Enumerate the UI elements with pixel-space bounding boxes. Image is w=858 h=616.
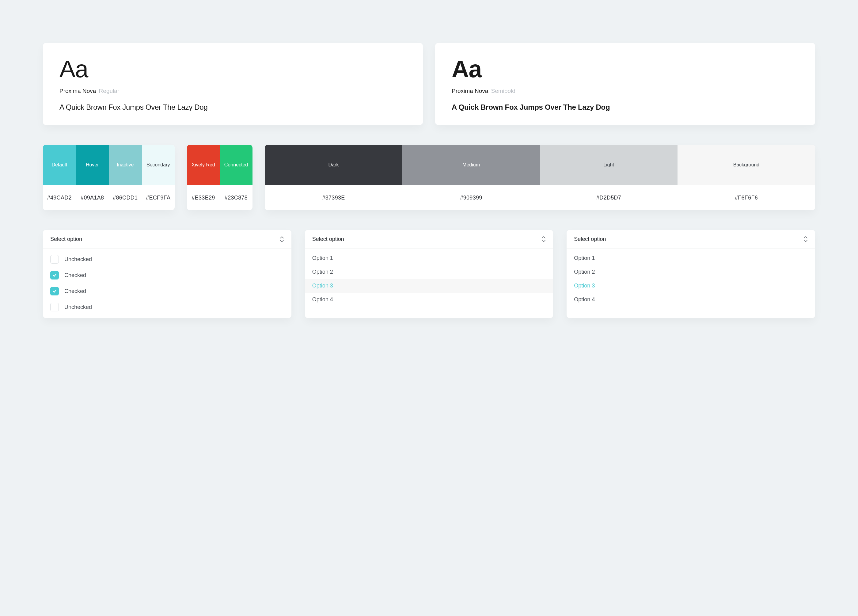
color-swatch: Default bbox=[43, 145, 76, 185]
color-swatch: Connected bbox=[220, 145, 252, 185]
checkbox[interactable] bbox=[50, 271, 59, 280]
typography-card-semibold: Aa Proxima Nova Semibold A Quick Brown F… bbox=[435, 43, 815, 125]
typo-weight: Regular bbox=[99, 88, 120, 94]
typo-name-row: Proxima Nova Semibold bbox=[452, 88, 799, 94]
color-hex: #37393E bbox=[265, 194, 403, 201]
color-hex: #23C878 bbox=[220, 194, 252, 201]
sort-icon bbox=[804, 236, 808, 243]
typo-pangram: A Quick Brown Fox Jumps Over The Lazy Do… bbox=[452, 103, 799, 112]
dropdown-option[interactable]: Option 3 bbox=[567, 279, 815, 293]
dropdown-header[interactable]: Select option bbox=[305, 230, 553, 249]
typography-section: Aa Proxima Nova Regular A Quick Brown Fo… bbox=[43, 43, 815, 125]
color-swatch: Dark bbox=[265, 145, 403, 185]
dropdown-label: Select option bbox=[574, 236, 606, 243]
color-hex: #909399 bbox=[403, 194, 540, 201]
checkbox[interactable] bbox=[50, 255, 59, 264]
typo-pangram: A Quick Brown Fox Jumps Over The Lazy Do… bbox=[59, 103, 406, 112]
dropdown-option[interactable]: Checked bbox=[43, 283, 291, 299]
color-swatch: Secondary bbox=[142, 145, 175, 185]
dropdown-header[interactable]: Select option bbox=[43, 230, 291, 249]
typo-name-row: Proxima Nova Regular bbox=[59, 88, 406, 94]
dropdown-option[interactable]: Option 3 bbox=[305, 279, 553, 293]
typo-sample: Aa bbox=[59, 57, 406, 81]
dropdown-option[interactable]: Option 2 bbox=[305, 265, 553, 279]
dropdown-option[interactable]: Option 4 bbox=[305, 293, 553, 306]
sort-icon bbox=[280, 236, 284, 243]
palette-status: Xively RedConnected #E33E29#23C878 bbox=[187, 145, 252, 210]
dropdown-option[interactable]: Option 1 bbox=[567, 251, 815, 265]
color-hex: #86CDD1 bbox=[109, 194, 142, 201]
dropdown-option[interactable]: Unchecked bbox=[43, 299, 291, 315]
checkbox[interactable] bbox=[50, 303, 59, 311]
dropdown-option[interactable]: Unchecked bbox=[43, 251, 291, 267]
color-hex: #09A1A8 bbox=[76, 194, 109, 201]
dropdown-checkbox[interactable]: Select option UncheckedCheckedCheckedUnc… bbox=[43, 230, 291, 318]
option-label: Checked bbox=[64, 288, 86, 294]
option-label: Unchecked bbox=[64, 304, 92, 310]
dropdown-label: Select option bbox=[50, 236, 82, 243]
color-hex: #49CAD2 bbox=[43, 194, 76, 201]
dropdown-selected[interactable]: Select option Option 1Option 2Option 3Op… bbox=[567, 230, 815, 318]
typography-card-regular: Aa Proxima Nova Regular A Quick Brown Fo… bbox=[43, 43, 423, 125]
typo-weight: Semibold bbox=[491, 88, 515, 94]
dropdown-option[interactable]: Option 1 bbox=[305, 251, 553, 265]
dropdown-option[interactable]: Option 4 bbox=[567, 293, 815, 306]
dropdown-header[interactable]: Select option bbox=[567, 230, 815, 249]
color-swatch: Inactive bbox=[109, 145, 142, 185]
color-hex: #F6F6F6 bbox=[678, 194, 815, 201]
dropdown-hover[interactable]: Select option Option 1Option 2Option 3Op… bbox=[305, 230, 553, 318]
color-swatch: Xively Red bbox=[187, 145, 220, 185]
color-swatch: Hover bbox=[76, 145, 109, 185]
palette-neutral: DarkMediumLightBackground #37393E#909399… bbox=[265, 145, 815, 210]
color-palettes-section: DefaultHoverInactiveSecondary #49CAD2#09… bbox=[43, 145, 815, 210]
option-label: Unchecked bbox=[64, 256, 92, 263]
dropdown-option[interactable]: Option 2 bbox=[567, 265, 815, 279]
dropdowns-section: Select option UncheckedCheckedCheckedUnc… bbox=[43, 230, 815, 318]
typo-family: Proxima Nova bbox=[59, 88, 96, 94]
color-swatch: Light bbox=[540, 145, 678, 185]
dropdown-label: Select option bbox=[312, 236, 344, 243]
dropdown-option[interactable]: Checked bbox=[43, 267, 291, 283]
color-swatch: Medium bbox=[403, 145, 540, 185]
typo-family: Proxima Nova bbox=[452, 88, 488, 94]
color-hex: #D2D5D7 bbox=[540, 194, 678, 201]
sort-icon bbox=[541, 236, 546, 243]
color-swatch: Background bbox=[678, 145, 815, 185]
checkbox[interactable] bbox=[50, 287, 59, 296]
typo-sample: Aa bbox=[452, 57, 799, 81]
option-label: Checked bbox=[64, 272, 86, 278]
palette-primary: DefaultHoverInactiveSecondary #49CAD2#09… bbox=[43, 145, 175, 210]
color-hex: #ECF9FA bbox=[142, 194, 175, 201]
color-hex: #E33E29 bbox=[187, 194, 220, 201]
